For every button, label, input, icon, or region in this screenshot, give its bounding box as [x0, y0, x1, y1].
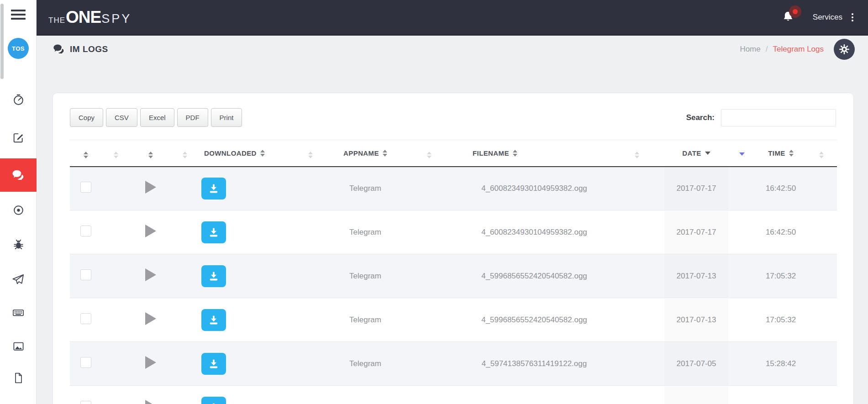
sort-icon: [260, 150, 265, 157]
header-downloaded[interactable]: DOWNLOADED: [199, 140, 290, 167]
row-checkbox[interactable]: [80, 401, 91, 404]
table-row: Telegram 4_5996856552420540582.ogg 2017-…: [70, 298, 837, 342]
date-cell: 2017-07-05: [664, 342, 728, 386]
avatar[interactable]: TOS: [8, 38, 29, 59]
date-cell: 2017-07-05: [664, 386, 728, 404]
copy-button[interactable]: Copy: [70, 108, 103, 127]
sidebar-item-im-logs-active[interactable]: [0, 158, 37, 192]
play-icon[interactable]: [145, 312, 156, 325]
date-cell: 2017-07-13: [664, 298, 728, 342]
avatar-label: TOS: [12, 45, 25, 52]
header-sort-spacer[interactable]: [171, 140, 199, 167]
filename-cell: 4_5974138576311419122.ogg: [459, 386, 610, 404]
appname-cell: Telegram: [331, 254, 400, 298]
table-toolbar: Copy CSV Excel PDF Print Search:: [70, 108, 836, 127]
download-button[interactable]: [201, 309, 226, 331]
breadcrumb-current: Telegram Logs: [773, 45, 824, 54]
header-time[interactable]: TIME: [756, 140, 806, 167]
appname-cell: Telegram: [331, 167, 400, 210]
logs-card: Copy CSV Excel PDF Print Search:: [53, 93, 854, 404]
play-icon[interactable]: [145, 400, 156, 404]
row-checkbox[interactable]: [80, 226, 91, 236]
im-chat-icon: [11, 169, 25, 181]
image-icon: [12, 340, 25, 352]
download-icon: [208, 359, 219, 368]
kebab-menu-icon[interactable]: [850, 11, 855, 23]
sidebar-item-keylogs[interactable]: [0, 305, 37, 320]
download-button[interactable]: [201, 397, 226, 404]
sidebar-item-send[interactable]: [0, 272, 37, 288]
header-date[interactable]: DATE: [664, 140, 728, 167]
play-icon[interactable]: [145, 268, 156, 281]
breadcrumb-home-link[interactable]: Home: [740, 45, 760, 54]
sidebar-item-files[interactable]: [0, 370, 37, 386]
logo-part-one: ONE: [66, 8, 101, 27]
sidebar-item-dashboard[interactable]: [0, 92, 37, 107]
notifications-button[interactable]: [782, 10, 795, 24]
dashboard-gauge-icon: [12, 94, 25, 106]
file-icon: [12, 372, 24, 384]
appname-cell: Telegram: [331, 386, 400, 404]
download-icon: [208, 228, 219, 237]
search-input[interactable]: [721, 109, 836, 126]
table-row: Telegram 4_5974138576311419122.ogg 2017-…: [70, 386, 837, 404]
time-cell: 15:28:42: [756, 342, 806, 386]
search-label: Search:: [686, 113, 715, 122]
download-icon: [208, 315, 219, 325]
excel-button[interactable]: Excel: [140, 108, 174, 127]
header-filename[interactable]: FILENAME: [459, 140, 610, 167]
services-menu[interactable]: Services: [813, 13, 842, 22]
download-button[interactable]: [201, 221, 226, 243]
sort-desc-icon: [705, 152, 710, 155]
download-button[interactable]: [201, 178, 226, 199]
filename-cell: 4_6008234930104959382.ogg: [459, 167, 610, 210]
header-filter[interactable]: [728, 140, 756, 167]
table-row: Telegram 4_5974138576311419122.ogg 2017-…: [70, 342, 837, 386]
play-icon[interactable]: [145, 225, 156, 237]
download-button[interactable]: [201, 265, 226, 287]
play-icon[interactable]: [145, 181, 156, 194]
time-cell: 16:42:50: [756, 210, 806, 254]
row-checkbox[interactable]: [80, 313, 91, 324]
logs-table: DOWNLOADED APPNAME FILENAME DATE TIME: [70, 140, 836, 404]
appname-cell: Telegram: [331, 210, 400, 254]
appname-cell: Telegram: [331, 342, 400, 386]
scrollbar-thumb[interactable]: [0, 4, 4, 79]
bug-icon: [12, 238, 25, 251]
table-row: Telegram 4_6008234930104959382.ogg 2017-…: [70, 210, 837, 254]
paper-plane-icon: [12, 273, 25, 286]
header-sort-spacer[interactable]: [400, 140, 459, 167]
date-cell: 2017-07-17: [664, 167, 728, 210]
play-icon[interactable]: [145, 356, 156, 369]
time-cell: 16:42:50: [756, 167, 806, 210]
header-sort-spacer[interactable]: [290, 140, 331, 167]
filename-cell: 4_5996856552420540582.ogg: [459, 254, 610, 298]
time-cell: 17:05:32: [756, 298, 806, 342]
menu-toggle-button[interactable]: [11, 10, 26, 22]
csv-button[interactable]: CSV: [106, 108, 137, 127]
row-checkbox[interactable]: [80, 357, 91, 368]
pdf-button[interactable]: PDF: [177, 108, 208, 127]
header-sort-spacer[interactable]: [610, 140, 664, 167]
sidebar: TOS: [0, 0, 37, 404]
sort-icon: [383, 150, 387, 157]
header-appname[interactable]: APPNAME: [331, 140, 400, 167]
app-logo[interactable]: THEONESPY: [48, 8, 132, 27]
header-play[interactable]: [130, 140, 171, 167]
sidebar-item-target[interactable]: [0, 202, 37, 218]
header-sort-spacer[interactable]: [102, 140, 130, 167]
page-title: IM LOGS: [53, 44, 108, 55]
sidebar-item-edit[interactable]: [0, 130, 37, 146]
settings-button[interactable]: [834, 39, 855, 60]
sidebar-item-photos[interactable]: [0, 338, 37, 354]
sort-icon: [513, 150, 517, 157]
appname-cell: Telegram: [331, 298, 400, 342]
header-select[interactable]: [70, 140, 102, 167]
header-sort-spacer[interactable]: [806, 140, 837, 167]
sidebar-item-bug[interactable]: [0, 236, 37, 252]
print-button[interactable]: Print: [211, 108, 242, 127]
row-checkbox[interactable]: [80, 182, 91, 193]
row-checkbox[interactable]: [80, 269, 91, 280]
table-header-row: DOWNLOADED APPNAME FILENAME DATE TIME: [70, 140, 837, 167]
download-button[interactable]: [201, 353, 226, 375]
